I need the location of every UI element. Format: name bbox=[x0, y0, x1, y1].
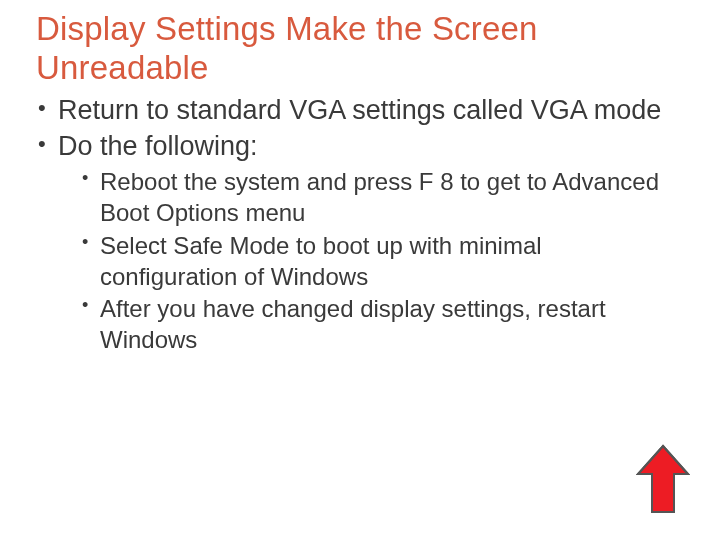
sub-bullet-item: Reboot the system and press F 8 to get t… bbox=[80, 167, 684, 228]
bullet-item: Return to standard VGA settings called V… bbox=[36, 94, 684, 128]
bullet-text: Do the following: bbox=[58, 131, 258, 161]
bullet-text: Return to standard VGA settings called V… bbox=[58, 95, 661, 125]
bullet-list-level2: Reboot the system and press F 8 to get t… bbox=[58, 167, 684, 355]
sub-bullet-text: Reboot the system and press F 8 to get t… bbox=[100, 168, 659, 226]
sub-bullet-text: After you have changed display settings,… bbox=[100, 295, 606, 353]
arrow-shape bbox=[638, 446, 688, 512]
sub-bullet-item: After you have changed display settings,… bbox=[80, 294, 684, 355]
up-arrow-icon bbox=[636, 444, 690, 514]
bullet-list-level1: Return to standard VGA settings called V… bbox=[36, 94, 684, 356]
slide-title: Display Settings Make the Screen Unreada… bbox=[36, 10, 684, 88]
sub-bullet-text: Select Safe Mode to boot up with minimal… bbox=[100, 232, 542, 290]
bullet-item: Do the following: Reboot the system and … bbox=[36, 130, 684, 356]
sub-bullet-item: Select Safe Mode to boot up with minimal… bbox=[80, 231, 684, 292]
